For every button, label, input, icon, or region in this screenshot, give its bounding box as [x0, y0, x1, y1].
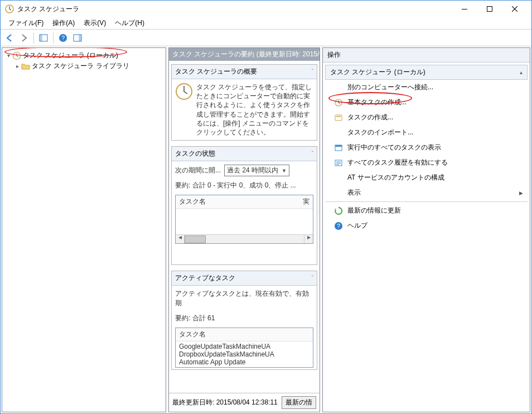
action-label: 最新の情報に更新 — [347, 206, 401, 215]
svg-text:?: ? — [61, 35, 65, 41]
menu-help[interactable]: ヘルプ(H) — [110, 17, 149, 29]
action-label: タスクの作成... — [347, 113, 393, 122]
collapse-icon[interactable]: ˇ — [312, 275, 313, 281]
action-import-task[interactable]: タスクのインポート... — [325, 125, 528, 140]
actions-section-header[interactable]: タスク スケジューラ (ローカル) ▴ — [325, 65, 528, 80]
window-title: タスク スケジューラ — [17, 4, 452, 14]
actions-section-title: タスク スケジューラ (ローカル) — [330, 68, 425, 77]
close-button[interactable] — [502, 1, 527, 17]
action-refresh[interactable]: 最新の情報に更新 — [325, 203, 528, 218]
active-listbox[interactable]: タスク名 GoogleUpdateTaskMachineUA DropboxUp… — [175, 328, 313, 368]
action-label: 実行中のすべてのタスクの表示 — [347, 143, 441, 152]
action-label: ヘルプ — [347, 221, 367, 230]
history-icon — [334, 158, 343, 167]
status-title: タスクの状態 — [175, 149, 215, 158]
overview-panel-header[interactable]: タスク スケジューラの概要 ˇ — [172, 65, 317, 79]
help-icon: ? — [334, 222, 343, 230]
main-area: ▾ タスク スケジューラ (ローカル) ▸ タスク スケジューラ ライブラリ タ… — [1, 46, 531, 413]
collapse-icon[interactable]: ▾ — [4, 52, 12, 59]
action-label: AT サービスのアカウントの構成 — [347, 173, 444, 182]
svg-rect-8 — [79, 35, 81, 41]
status-panel: タスクの状態 ˇ 次の期間に開... 過去 24 時間以内 ▼ 要約: 合計 0… — [171, 146, 317, 265]
action-label: 基本タスクの作成... — [347, 98, 407, 107]
active-panel-header[interactable]: アクティブなタスク ˇ — [172, 271, 317, 286]
overview-title: タスク スケジューラの概要 — [175, 67, 257, 76]
separator — [325, 201, 528, 202]
svg-text:?: ? — [337, 223, 340, 229]
show-hide-tree-button[interactable] — [37, 31, 50, 45]
center-pane: タスク スケジューラの要約 (最終更新日時: 2015/08/04 タスク スケ… — [168, 47, 320, 412]
menu-file[interactable]: ファイル(F) — [4, 17, 48, 29]
task-icon — [334, 113, 343, 122]
action-show-running-tasks[interactable]: 実行中のすべてのタスクの表示 — [325, 140, 528, 155]
action-label: 別のコンピューターへ接続... — [347, 83, 433, 92]
action-enable-history[interactable]: すべてのタスク履歴を有効にする — [325, 155, 528, 170]
minimize-button[interactable] — [452, 1, 477, 17]
menu-action[interactable]: 操作(A) — [48, 17, 79, 29]
actions-pane: 操作 タスク スケジューラ (ローカル) ▴ 別のコンピューターへ接続... 基… — [322, 47, 530, 412]
show-action-pane-button[interactable] — [71, 31, 84, 45]
expand-icon[interactable]: ▸ — [13, 63, 21, 69]
overview-panel: タスク スケジューラの概要 ˇ タスク スケジューラを使って、指定したときにコン… — [171, 64, 317, 141]
action-view-submenu[interactable]: 表示 ▶ — [325, 185, 528, 200]
action-label: タスクのインポート... — [347, 128, 413, 137]
tree-pane: ▾ タスク スケジューラ (ローカル) ▸ タスク スケジューラ ライブラリ — [2, 47, 166, 412]
blank-icon — [334, 83, 343, 92]
status-period-dropdown[interactable]: 過去 24 時間以内 ▼ — [224, 165, 289, 176]
status-col-2: 実 — [303, 197, 309, 206]
basic-task-icon — [334, 98, 343, 107]
list-item[interactable]: GoogleUpdateTaskMachineUA — [179, 343, 309, 350]
toolbar-separator — [53, 32, 54, 44]
menubar: ファイル(F) 操作(A) 表示(V) ヘルプ(H) — [1, 17, 531, 30]
chevron-up-icon: ▴ — [520, 69, 523, 75]
collapse-icon[interactable]: ˇ — [312, 69, 313, 75]
help-button[interactable]: ? — [56, 31, 70, 45]
forward-button[interactable] — [17, 31, 31, 45]
overview-text: タスク スケジューラを使って、指定したときにコンピューターで自動的に実行されるよ… — [196, 83, 313, 137]
svg-rect-12 — [335, 115, 342, 121]
clock-icon — [175, 83, 193, 100]
action-label: 表示 — [347, 188, 361, 198]
status-period-value: 過去 24 時間以内 — [227, 166, 278, 175]
running-tasks-icon — [334, 143, 343, 152]
app-icon — [5, 4, 14, 13]
list-item[interactable]: DropboxUpdateTaskMachineUA — [179, 350, 309, 358]
footer-timestamp: 最終更新日時: 2015/08/04 12:38:11 — [172, 398, 278, 407]
collapse-icon[interactable]: ˇ — [312, 151, 313, 157]
svg-rect-13 — [336, 116, 341, 117]
active-summary: 要約: 合計 61 — [175, 314, 313, 323]
center-body[interactable]: タスク スケジューラの概要 ˇ タスク スケジューラを使って、指定したときにコン… — [169, 61, 320, 393]
status-col-name: タスク名 — [179, 197, 303, 206]
action-create-task[interactable]: タスクの作成... — [325, 110, 528, 125]
svg-rect-2 — [487, 7, 492, 12]
active-col-name: タスク名 — [179, 330, 206, 339]
status-period-label: 次の期間に開... — [175, 166, 221, 175]
titlebar: タスク スケジューラ — [1, 1, 531, 17]
center-footer: 最終更新日時: 2015/08/04 12:38:11 最新の情 — [169, 393, 320, 412]
maximize-button[interactable] — [477, 1, 502, 17]
tree-root-node[interactable]: ▾ タスク スケジューラ (ローカル) — [3, 50, 165, 61]
action-help[interactable]: ? ヘルプ — [325, 218, 528, 233]
svg-rect-4 — [40, 35, 42, 41]
active-panel: アクティブなタスク ˇ アクティブなタスクとは、現在有効で、有効期 要約: 合計… — [171, 271, 317, 370]
center-header: タスク スケジューラの要約 (最終更新日時: 2015/08/04 — [169, 48, 320, 61]
svg-rect-1 — [462, 9, 467, 9]
action-label: すべてのタスク履歴を有効にする — [347, 158, 448, 167]
active-desc: アクティブなタスクとは、現在有効で、有効期 — [175, 289, 313, 308]
action-connect-computer[interactable]: 別のコンピューターへ接続... — [325, 80, 528, 95]
h-scrollbar[interactable]: ◀ ▶ — [176, 234, 313, 243]
refresh-button[interactable]: 最新の情 — [282, 396, 316, 409]
action-at-service-account[interactable]: AT サービスのアカウントの構成 — [325, 170, 528, 185]
list-item[interactable]: Automatic App Update — [179, 358, 309, 366]
status-listbox[interactable]: タスク名 実 ◀ ▶ — [175, 195, 313, 244]
tree-root-label: タスク スケジューラ (ローカル) — [23, 51, 118, 60]
menu-view[interactable]: 表示(V) — [79, 17, 110, 29]
status-summary: 要約: 合計 0 - 実行中 0、成功 0、停止 ... — [175, 181, 313, 190]
blank-icon — [334, 189, 343, 198]
back-button[interactable] — [3, 31, 16, 45]
tree-library-label: タスク スケジューラ ライブラリ — [32, 61, 129, 71]
action-create-basic-task[interactable]: 基本タスクの作成... — [325, 95, 528, 110]
svg-rect-15 — [335, 145, 342, 147]
status-panel-header[interactable]: タスクの状態 ˇ — [172, 147, 317, 161]
tree-library-node[interactable]: ▸ タスク スケジューラ ライブラリ — [3, 61, 165, 71]
